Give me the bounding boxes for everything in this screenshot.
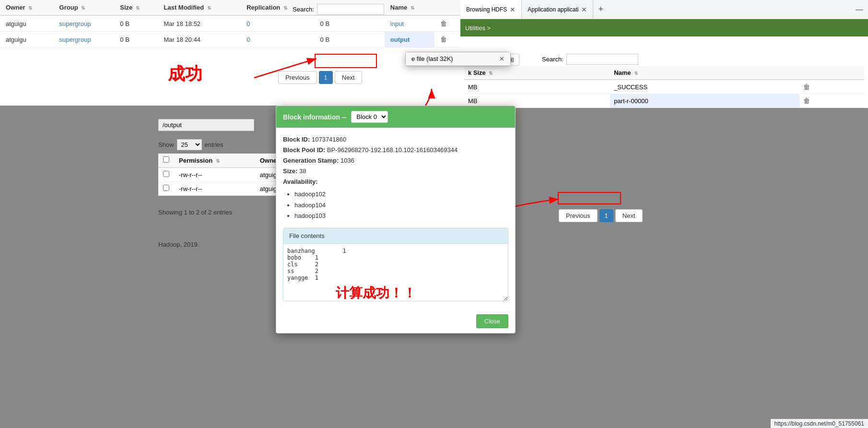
availability-label: Availability: [283, 178, 317, 185]
next-button-top[interactable]: Next [335, 71, 362, 84]
rp-green-header: Utilities > [460, 19, 868, 36]
tab-close-app[interactable]: ✕ [581, 6, 587, 13]
block-pool-row: Block Pool ID: BP-962968270-192.168.10.1… [283, 145, 508, 155]
rp-page-active: 1 [599, 209, 613, 222]
rp-table: k Size ⇅ Name ⇅ MB _SUCCESS 🗑 MB part-r-… [464, 66, 864, 108]
row-checkbox[interactable] [163, 171, 169, 177]
cell-group: supergroup [54, 32, 115, 48]
cell-replication: 0 [241, 32, 314, 48]
tab-close-hdfs[interactable]: ✕ [510, 6, 516, 13]
file-contents-label: File contents [283, 228, 508, 244]
rp-search: Search: [542, 54, 638, 65]
size-label: Size: [283, 167, 297, 175]
close-button[interactable]: Close [476, 314, 508, 328]
size-row: Size: 38 [283, 166, 508, 177]
tab-bar: Browsing HDFS ✕ Application applicati ✕ … [460, 0, 608, 19]
select-all-checkbox[interactable] [163, 156, 169, 163]
output-path-bar [158, 119, 254, 131]
modal-footer: Close [276, 309, 515, 333]
table-row: atguigu supergroup 0 B Mar 18 18:52 0 0 … [0, 15, 460, 32]
block-id-row: Block ID: 1073741860 [283, 134, 508, 145]
rp-cell-name-success: _SUCCESS [610, 80, 799, 94]
file-view-close[interactable]: ✕ [499, 55, 504, 62]
block-modal-header: Block information -- Block 0 [276, 106, 515, 128]
cell-group: supergroup [54, 15, 115, 32]
gen-stamp-row: Generation Stamp: 1036 [283, 155, 508, 166]
block-pool-label: Block Pool ID: [283, 146, 325, 154]
name-link-output[interactable]: output [390, 36, 410, 43]
red-box-part [558, 192, 621, 204]
cell-delete: 🗑 [434, 32, 460, 48]
table-row: atguigu supergroup 0 B Mar 18 20:44 0 0 … [0, 32, 460, 48]
cell-name-output: output [385, 32, 434, 48]
show-label: Show [158, 141, 174, 148]
row-checkbox-cell [158, 167, 174, 182]
file-view-title: e file (last 32K) [411, 55, 453, 62]
rp-search-input[interactable] [566, 54, 638, 65]
delete-icon[interactable]: 🗑 [803, 97, 810, 105]
cell-block-size: 0 B [315, 32, 385, 48]
entries-suffix: entries [205, 141, 223, 148]
showing-text: Showing 1 to 2 of 2 entries [158, 209, 232, 216]
cell-permission: -rw-r--r-- [174, 182, 255, 196]
cell-replication: 0 [241, 15, 314, 32]
col-select-all [158, 154, 174, 167]
tab-browsing-hdfs[interactable]: Browsing HDFS ✕ [460, 0, 522, 19]
cell-modified: Mar 18 18:52 [158, 15, 241, 32]
col-permission: Permission ⇅ [174, 154, 255, 167]
group-link[interactable]: supergroup [59, 20, 91, 27]
rp-next-button[interactable]: Next [615, 209, 643, 222]
group-link[interactable]: supergroup [59, 36, 91, 43]
entries-select[interactable]: 25 50 100 [177, 139, 202, 150]
row-checkbox[interactable] [163, 185, 169, 191]
hdfs-table: Owner ⇅ Group ⇅ Size ⇅ Last Modified ⇅ R… [0, 0, 460, 48]
annotation-success: 成功 [168, 62, 202, 86]
tab-label-app: Application applicati [528, 6, 578, 13]
cell-size: 0 B [114, 15, 158, 32]
prev-button-top[interactable]: Previous [278, 71, 317, 84]
file-view-header: e file (last 32K) ✕ [406, 52, 510, 66]
browser-chrome: Browsing HDFS ✕ Application applicati ✕ … [460, 0, 868, 19]
replication-link[interactable]: 0 [246, 36, 250, 43]
col-actions [434, 0, 460, 15]
tab-label-hdfs: Browsing HDFS [466, 6, 507, 13]
name-link-input[interactable]: input [390, 20, 404, 27]
delete-icon[interactable]: 🗑 [440, 20, 447, 27]
cell-permission: -rw-r--r-- [174, 167, 255, 182]
delete-icon[interactable]: 🗑 [440, 36, 447, 43]
minimize-button[interactable]: — [856, 5, 863, 14]
block-pool-value: BP-962968270-192.168.10.102-161603469344 [327, 146, 458, 154]
node-item: hadoop102 [294, 189, 508, 200]
rp-table-row: MB part-r-00000 🗑 [464, 94, 864, 108]
rp-col-action [799, 66, 864, 80]
col-owner: Owner ⇅ [0, 0, 54, 15]
add-tab-button[interactable]: + [593, 4, 608, 14]
col-name: Name ⇅ [385, 0, 434, 15]
browser-icons: — [856, 5, 868, 14]
replication-link[interactable]: 0 [246, 20, 250, 27]
file-view-dialog: e file (last 32K) ✕ [405, 52, 511, 66]
tab-application[interactable]: Application applicati ✕ [522, 0, 593, 19]
cell-block-size: 0 B [315, 15, 385, 32]
cell-modified: Mar 18 20:44 [158, 32, 241, 48]
delete-icon[interactable]: 🗑 [803, 83, 810, 91]
rp-cell-delete: 🗑 [799, 80, 864, 94]
rp-header-text: Utilities > [465, 24, 491, 32]
col-size: Size ⇅ [114, 0, 158, 15]
rp-prev-button[interactable]: Previous [559, 209, 598, 222]
rp-table-row: MB _SUCCESS 🗑 [464, 80, 864, 94]
cell-name: input [385, 15, 434, 32]
rp-cell-ksize: MB [464, 80, 610, 94]
output-path-input[interactable] [158, 119, 254, 131]
cell-owner: atguigu [0, 32, 54, 48]
block-select[interactable]: Block 0 [351, 111, 388, 123]
row-checkbox-cell [158, 182, 174, 196]
cell-delete: 🗑 [434, 15, 460, 32]
search-label: Search: [293, 6, 314, 13]
cell-owner: atguigu [0, 15, 54, 32]
search-input[interactable] [317, 4, 384, 15]
rp-col-name: Name ⇅ [610, 66, 799, 80]
rp-col-ksize: k Size ⇅ [464, 66, 610, 80]
rp-table-area: k Size ⇅ Name ⇅ MB _SUCCESS 🗑 MB part-r-… [460, 66, 868, 108]
gen-stamp-value: 1036 [340, 157, 354, 164]
